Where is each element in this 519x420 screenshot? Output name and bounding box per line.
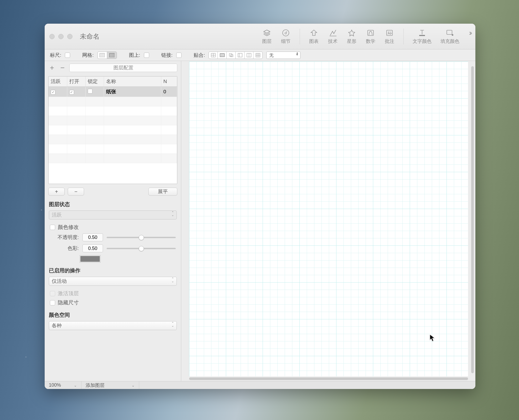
detail-icon: d [281,29,291,37]
toolbar-math[interactable]: 数学 [362,29,379,44]
tint-label: 色彩: [50,245,79,252]
svg-rect-2 [368,30,373,35]
table-row[interactable] [49,106,177,116]
snap-label: 贴合: [194,52,205,59]
chevron-down-icon: ⌄ [132,383,135,387]
add-layer-button[interactable]: + [48,188,65,196]
snap-opt-2[interactable] [218,52,227,59]
ruler-checkbox[interactable] [65,53,70,58]
grid-segment [97,52,117,59]
activate-top-row: 激活顶层 [45,289,181,298]
ontop-checkbox[interactable] [144,53,149,58]
toolbar-overflow-icon[interactable]: ›› [469,29,471,37]
close-icon[interactable] [49,34,55,39]
add-layer-select[interactable]: 添加图层⌄ [81,381,139,389]
horizontal-scrollbar[interactable] [189,377,468,380]
link-label: 链接: [161,52,173,59]
star-icon [347,29,357,37]
color-space-heading: 颜色空间 [45,310,181,320]
window-controls [49,34,72,39]
fill-color-icon [445,29,455,37]
toolbar-layers[interactable]: 图层 [259,29,275,44]
row-lock-check[interactable] [88,89,92,94]
toolbar-chart[interactable]: 图表 [306,29,322,44]
table-row[interactable] [49,125,177,135]
zoom-select[interactable]: 100%⌄ [45,381,81,389]
row-open-check[interactable]: ✓ [69,90,74,95]
row-n: 0 [161,87,177,97]
minimize-icon[interactable] [58,34,64,39]
svg-rect-5 [419,35,425,36]
ruler-label: 标尺: [50,52,61,59]
layer-config-field[interactable]: 图层配置 [69,64,177,72]
remove-layer-button[interactable]: − [68,188,84,196]
opacity-field[interactable] [82,233,103,241]
toolbar-annot[interactable]: φ χ 批注 [381,29,398,44]
status-bar: 100%⌄ 添加图层⌄ [45,381,475,389]
table-row[interactable] [49,97,177,106]
add-config-button[interactable]: + [48,64,56,71]
grid-mode-1[interactable] [98,52,107,59]
toolbar: 图层 d 细节 图表 技术 星形 [259,29,471,44]
snap-opt-4[interactable] [236,52,245,59]
enabled-ops-select[interactable]: 仅活动 [49,277,177,286]
snap-segment [209,52,263,59]
toolbar-fill-color[interactable]: 填充颜色 [437,29,463,44]
canvas-area[interactable] [181,61,475,381]
table-row[interactable] [49,154,177,163]
opacity-label: 不透明度: [50,234,79,241]
svg-rect-13 [238,53,242,57]
table-row[interactable] [49,116,177,125]
hide-dims-row[interactable]: 隐藏尺寸 [45,298,181,307]
flatten-button[interactable]: 展平 [148,188,177,196]
th-lock[interactable]: 锁定 [85,76,104,87]
toolbar-star[interactable]: 星形 [344,29,360,44]
toolbar-tech[interactable]: 技术 [325,29,341,44]
grid-mode-2[interactable] [107,52,117,59]
th-open[interactable]: 打开 [67,76,85,87]
tint-field[interactable] [82,244,103,252]
snap-select[interactable]: 无 [266,52,300,59]
chevron-down-icon: ⌄ [74,383,77,387]
svg-rect-6 [447,30,452,34]
zoom-icon[interactable] [67,34,72,39]
layer-table: 活跃 打开 锁定 名称 N ✓ ✓ 纸张 0 [48,76,177,184]
toolbar-text-color[interactable]: 文字颜色 [409,29,435,44]
titlebar: 未命名 图层 d 细节 图表 技术 [45,24,475,49]
canvas-paper[interactable] [189,62,468,376]
options-bar: 标尺: 网格: 图上: 链接: 贴合: 无 [45,49,475,61]
sidebar: + − 图层配置 活跃 打开 锁定 名称 N ✓ ✓ [45,61,181,381]
snap-opt-1[interactable] [209,52,218,59]
row-active-check[interactable]: ✓ [51,90,55,95]
enabled-ops-heading: 已启用的操作 [45,265,181,276]
chart-icon [309,29,319,37]
table-row[interactable]: ✓ ✓ 纸张 0 [49,87,177,97]
layer-state-select[interactable]: 活跃 [49,211,177,219]
color-swatch[interactable] [80,255,100,262]
color-mod-row[interactable]: 颜色修改 [45,223,181,232]
vertical-scrollbar[interactable] [471,66,474,373]
link-checkbox[interactable] [176,53,181,58]
snap-opt-3[interactable] [227,52,236,59]
tech-icon [328,29,338,37]
svg-text:φ χ: φ χ [388,31,391,33]
tint-slider[interactable] [107,248,176,249]
th-name[interactable]: 名称 [104,76,161,87]
snap-opt-5[interactable] [245,52,253,59]
color-space-select[interactable]: 各种 [49,321,177,330]
remove-config-button[interactable]: − [59,64,66,71]
grid-label: 网格: [82,52,94,59]
math-icon [366,29,376,37]
svg-point-7 [452,34,453,36]
opacity-slider[interactable] [107,237,176,238]
table-row[interactable] [49,135,177,144]
table-row[interactable] [49,144,177,154]
layer-state-heading: 图层状态 [45,199,181,209]
ontop-label: 图上: [129,52,140,59]
app-window: 未命名 图层 d 细节 图表 技术 [45,24,475,389]
layers-icon [262,29,272,37]
th-active[interactable]: 活跃 [49,76,67,87]
toolbar-detail[interactable]: d 细节 [278,29,294,44]
th-n[interactable]: N [161,76,177,87]
snap-opt-6[interactable] [253,52,262,59]
